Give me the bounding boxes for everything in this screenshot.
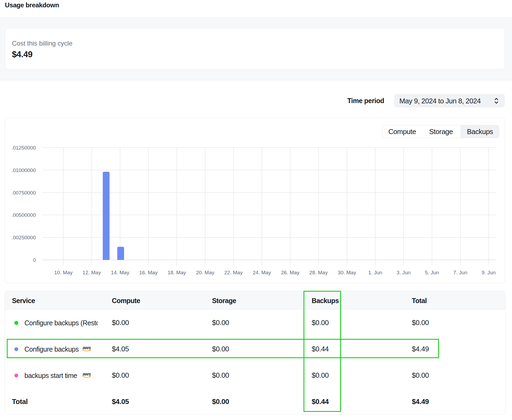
svg-text:.00500000: .00500000 bbox=[11, 212, 36, 218]
svg-text:7. Jun: 7. Jun bbox=[453, 270, 467, 275]
svg-text:.00250000: .00250000 bbox=[11, 235, 36, 240]
svg-text:.01000000: .01000000 bbox=[11, 167, 36, 173]
svg-text:16. May: 16. May bbox=[139, 270, 158, 275]
svg-text:10. May: 10. May bbox=[54, 270, 73, 275]
svg-text:.00750000: .00750000 bbox=[11, 190, 36, 196]
svg-text:24. May: 24. May bbox=[253, 270, 271, 275]
svg-text:1. Jun: 1. Jun bbox=[368, 270, 382, 275]
svg-text:20. May: 20. May bbox=[196, 270, 214, 275]
svg-text:14. May: 14. May bbox=[111, 270, 129, 275]
svg-text:0: 0 bbox=[33, 257, 36, 263]
svg-text:9. Jun: 9. Jun bbox=[482, 270, 496, 275]
svg-text:30. May: 30. May bbox=[338, 270, 356, 275]
svg-text:26. May: 26. May bbox=[281, 270, 299, 275]
svg-text:22. May: 22. May bbox=[224, 270, 243, 275]
svg-text:.01250000: .01250000 bbox=[11, 145, 36, 151]
svg-text:28. May: 28. May bbox=[309, 270, 328, 275]
svg-text:18. May: 18. May bbox=[167, 270, 186, 275]
svg-text:5. Jun: 5. Jun bbox=[425, 270, 439, 275]
svg-text:3. Jun: 3. Jun bbox=[397, 270, 411, 275]
svg-text:12. May: 12. May bbox=[83, 270, 101, 275]
